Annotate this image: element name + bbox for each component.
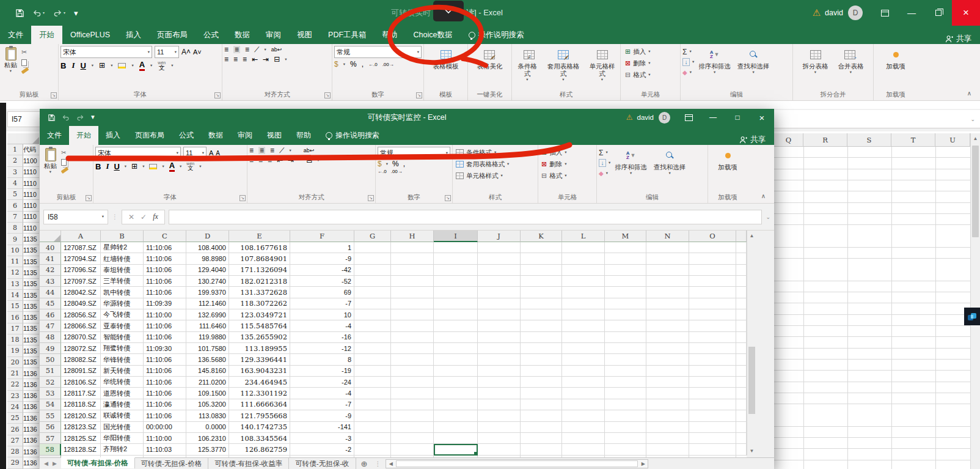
cell-D48[interactable]: 119.9880 (186, 332, 229, 343)
cell-H41[interactable] (391, 253, 434, 264)
cut-icon[interactable]: ✂ (21, 48, 29, 56)
align-bottom-icon[interactable]: ≡ (245, 46, 249, 53)
font-dialog-launcher-icon[interactable]: ↘ (240, 195, 246, 201)
cell-M44[interactable] (605, 287, 646, 298)
font-name-combo[interactable]: 宋体▾ (60, 46, 152, 58)
cell-C45[interactable]: 11:09:39 (144, 298, 186, 309)
cell-F46[interactable]: 10 (290, 309, 354, 320)
cell-D50[interactable]: 136.5680 (186, 354, 229, 365)
cell-G42[interactable] (354, 265, 391, 276)
outer-row-number[interactable]: 12 (7, 267, 23, 278)
cell-G45[interactable] (354, 298, 391, 309)
cell-O46[interactable] (689, 309, 736, 320)
cell-F55[interactable]: -9 (290, 410, 354, 421)
cell-A40[interactable]: 127087.SZ (61, 242, 101, 253)
cell-D49[interactable]: 101.7580 (186, 343, 229, 354)
fill-color-icon[interactable] (149, 164, 157, 169)
cell-F58[interactable]: -2 (290, 444, 354, 455)
cell-L52[interactable] (562, 377, 605, 388)
cell-C47[interactable]: 11:10:06 (144, 320, 186, 331)
cell-F57[interactable]: -3 (290, 433, 354, 444)
row-header-43[interactable]: 43 (40, 276, 61, 287)
cell-H40[interactable] (391, 242, 434, 253)
formula-expand-icon[interactable]: ⌄ (970, 116, 975, 122)
cell-B49[interactable]: 翔鹭转债 (101, 343, 144, 354)
hscroll-left-icon[interactable]: ◀ (386, 461, 395, 467)
cell-D44[interactable]: 199.9370 (186, 287, 229, 298)
cell-I52[interactable] (434, 377, 478, 388)
cell-H43[interactable] (391, 276, 434, 287)
orientation-icon[interactable]: ⟋ (254, 46, 259, 53)
outer-column-header-R[interactable]: R (803, 133, 847, 146)
borders-icon[interactable]: ⊞ (99, 62, 105, 69)
inner-scroll-up-icon[interactable]: ▲ (747, 231, 756, 240)
outer-cell-code[interactable]: 1110 (23, 200, 39, 211)
cell-O51[interactable] (689, 366, 736, 377)
cell-N41[interactable] (646, 253, 689, 264)
cell-C40[interactable]: 11:10:06 (144, 242, 186, 253)
underline-button[interactable]: U (114, 162, 119, 171)
cell-M51[interactable] (605, 366, 646, 377)
cell-O55[interactable] (689, 410, 736, 421)
decrease-indent-icon[interactable]: ⇤ (252, 56, 258, 63)
cell-B44[interactable]: 凯中转债 (101, 287, 144, 298)
cell-A54[interactable]: 128118.SZ (61, 399, 101, 410)
tab-PDF工具箱[interactable]: PDF工具箱 (320, 26, 375, 44)
cell-F45[interactable]: -7 (290, 298, 354, 309)
clear-button[interactable]: ◆▾ (682, 68, 694, 77)
cell-G41[interactable] (354, 253, 391, 264)
collapse-ribbon-icon[interactable]: ∧ (761, 193, 766, 199)
align-left-icon[interactable]: ≡ (249, 157, 254, 164)
outer-row-number[interactable]: 11 (7, 256, 23, 267)
cell-partial[interactable] (736, 287, 747, 298)
cell-O45[interactable] (689, 298, 736, 309)
increase-indent-icon[interactable]: ⇥ (263, 56, 269, 63)
merge-center-icon[interactable]: ⊟ (274, 56, 280, 63)
cell-B56[interactable]: 国光转债 (101, 422, 144, 433)
cell-I45[interactable] (434, 298, 478, 309)
cell-A52[interactable]: 128106.SZ (61, 377, 101, 388)
warning-icon[interactable]: ⚠ (626, 113, 633, 122)
outer-cell-code[interactable]: 代码 (23, 144, 39, 155)
cell-B43[interactable]: 三羊转债 (101, 276, 144, 287)
cell-D51[interactable]: 145.8160 (186, 366, 229, 377)
cell-E44[interactable]: 131.3372628 (229, 287, 290, 298)
cell-M40[interactable] (605, 242, 646, 253)
insert-function-icon[interactable]: fx (153, 212, 158, 221)
format-as-table-button[interactable]: 套用表格格式▾ (544, 46, 582, 83)
cell-F43[interactable]: -52 (290, 276, 354, 287)
cell-O57[interactable] (689, 433, 736, 444)
cell-N50[interactable] (646, 354, 689, 365)
outer-cell-code[interactable]: 1136 (23, 435, 39, 446)
collapse-ribbon-icon[interactable]: ∧ (967, 90, 971, 97)
cell-L46[interactable] (562, 309, 605, 320)
cell-M47[interactable] (605, 320, 646, 331)
qat-customize-icon[interactable]: ▾ (74, 9, 78, 17)
increase-font-icon[interactable]: A (209, 149, 213, 157)
cell-I57[interactable] (434, 433, 478, 444)
insert-cells-button[interactable]: ⊞插入▾ (625, 46, 678, 57)
merge-table-button[interactable]: → 合并表格▾ (836, 46, 866, 76)
cell-B40[interactable]: 星帅转2 (101, 242, 144, 253)
cell-partial[interactable] (736, 332, 747, 343)
tab-文件[interactable]: 文件 (0, 26, 31, 44)
cell-N57[interactable] (646, 433, 689, 444)
cell-L50[interactable] (562, 354, 605, 365)
clipboard-dialog-launcher-icon[interactable]: ↘ (86, 195, 92, 201)
cell-B51[interactable]: 新天转债 (101, 366, 144, 377)
align-center-icon[interactable]: ≡ (233, 56, 238, 63)
cell-L56[interactable] (562, 422, 605, 433)
row-header-41[interactable]: 41 (40, 253, 61, 264)
qat-customize-icon[interactable]: ▾ (91, 114, 95, 121)
outer-user-name[interactable]: david (825, 9, 843, 17)
cell-I46[interactable] (434, 309, 478, 320)
cell-partial[interactable] (736, 399, 747, 410)
cell-N54[interactable] (646, 399, 689, 410)
warning-icon[interactable]: ⚠ (813, 7, 821, 18)
cell-J45[interactable] (478, 298, 521, 309)
addins-button[interactable]: 加载项 (883, 46, 908, 71)
row-header-40[interactable]: 40 (40, 242, 61, 253)
cell-J58[interactable] (478, 444, 521, 455)
cell-J52[interactable] (478, 377, 521, 388)
cell-D46[interactable]: 132.6990 (186, 309, 229, 320)
